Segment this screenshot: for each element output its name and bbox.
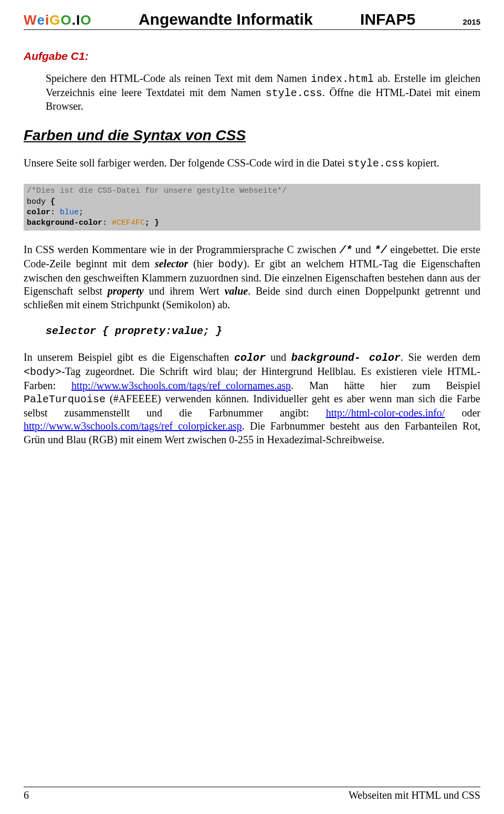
logo-letter: O xyxy=(80,12,91,28)
page-content: Aufgabe C1: Speichere den HTML-Code als … xyxy=(24,30,480,787)
code-property: background-color xyxy=(27,218,102,227)
code-brace: ; } xyxy=(145,218,159,227)
link-colorpicker[interactable]: http://www.w3schools.com/tags/ref_colorp… xyxy=(24,420,242,432)
code-inline: /* xyxy=(340,244,352,256)
term-selector: selector xyxy=(155,258,188,269)
code-block: /*Dies ist die CSS-Datei für unsere gest… xyxy=(24,184,480,231)
code-inline: <body> xyxy=(24,366,61,378)
logo-letter: W xyxy=(24,12,37,28)
code-inline: index.html xyxy=(311,73,374,85)
section-intro: Unsere Seite soll farbiger werden. Der f… xyxy=(24,156,480,171)
text: und ihrem Wert xyxy=(144,285,225,297)
text: In unserem Beispiel gibt es die Eigensch… xyxy=(24,351,234,363)
logo-letter: i xyxy=(45,12,49,28)
term-property: property xyxy=(108,285,144,297)
code-colon: : xyxy=(50,208,60,217)
header-title-1: Angewandte Informatik xyxy=(139,11,313,28)
page-number: 6 xyxy=(24,789,29,801)
code-selector: body xyxy=(27,197,46,206)
header-title-2: INFAP5 xyxy=(360,11,415,28)
explanation-paragraph-1: In CSS werden Kommentare wie in der Prog… xyxy=(24,243,480,311)
code-property: color xyxy=(27,208,50,217)
code-line: color: blue; xyxy=(27,207,477,218)
code-inline: style.css xyxy=(266,87,322,99)
text: kopiert. xyxy=(404,157,439,169)
syntax-template: selector { proprety:value; } xyxy=(46,325,480,337)
site-logo: W e i G O . I O xyxy=(24,12,91,28)
term-value: value xyxy=(225,285,248,297)
text: Unsere Seite soll farbiger werden. Der f… xyxy=(24,157,348,169)
code-inline: background- color xyxy=(291,352,401,364)
code-inline: body xyxy=(218,258,243,270)
code-value: #CEF4FC xyxy=(112,218,145,227)
code-inline: */ xyxy=(374,244,387,256)
logo-letter: G xyxy=(49,12,60,28)
logo-letter: e xyxy=(37,12,45,28)
text: In CSS werden Kommentare wie in der Prog… xyxy=(24,244,340,255)
code-line: body { xyxy=(27,197,477,207)
header-year: 2015 xyxy=(463,17,480,26)
footer-title: Webseiten mit HTML und CSS xyxy=(349,789,480,801)
text: und xyxy=(352,244,374,255)
section-heading: Farben und die Syntax von CSS xyxy=(24,127,480,144)
logo-letter: I xyxy=(76,12,80,28)
page-header: W e i G O . I O Angewandte Informatik IN… xyxy=(24,11,480,30)
code-line: background-color: #CEF4FC; } xyxy=(27,218,477,228)
text: und xyxy=(266,351,291,363)
text: (hier xyxy=(188,258,218,269)
code-inline: color xyxy=(234,352,266,364)
explanation-paragraph-2: In unserem Beispiel gibt es die Eigensch… xyxy=(24,351,480,446)
code-value: blue xyxy=(60,208,79,217)
text: . Sie werden dem xyxy=(401,351,480,363)
task-heading: Aufgabe C1: xyxy=(24,50,480,62)
code-colon: : xyxy=(102,218,112,227)
link-colorcodes[interactable]: http://html-color-codes.info/ xyxy=(326,407,445,419)
code-inline: PaleTurquoise xyxy=(24,393,106,405)
text: Speichere den HTML-Code als reinen Text … xyxy=(46,72,311,84)
code-semicolon: ; xyxy=(79,208,83,217)
text: . Man hätte hier zum Beispiel xyxy=(291,380,480,391)
link-colornames[interactable]: http://www.w3schools.com/tags/ref_colorn… xyxy=(71,380,291,391)
logo-letter: O xyxy=(60,12,71,28)
code-brace: { xyxy=(46,197,55,206)
code-inline: style.css xyxy=(348,158,404,170)
logo-letter: . xyxy=(72,12,76,28)
page-footer: 6 Webseiten mit HTML und CSS xyxy=(24,787,480,801)
text: oder xyxy=(445,407,480,419)
code-comment: /*Dies ist die CSS-Datei für unsere gest… xyxy=(27,186,477,196)
task-paragraph: Speichere den HTML-Code als reinen Text … xyxy=(46,72,480,113)
